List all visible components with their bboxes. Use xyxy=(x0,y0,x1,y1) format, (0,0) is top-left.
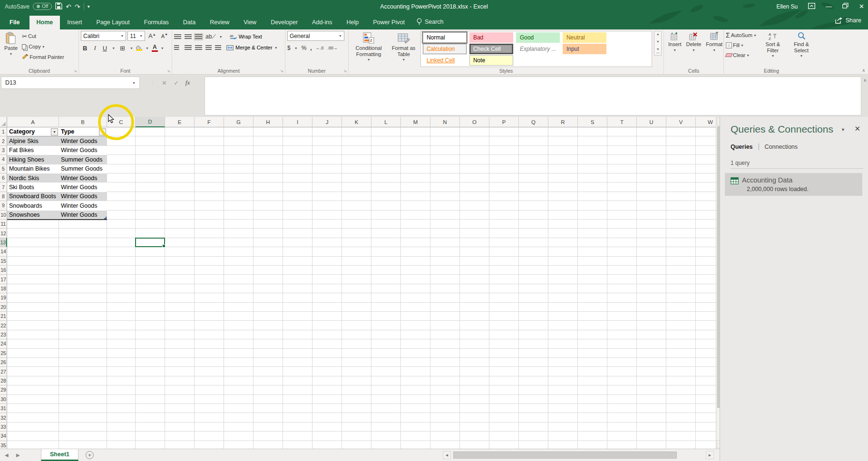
style-neutral[interactable]: Neutral xyxy=(563,32,606,43)
table-cell-B9[interactable]: Winter Goods xyxy=(59,201,107,210)
table-resize-handle[interactable] xyxy=(104,217,107,219)
spreadsheet-grid[interactable]: ABCDEFGHIJKLMNOPQRSTUVW12345678910111213… xyxy=(0,117,716,449)
sheet-tab-active[interactable]: Sheet1 xyxy=(41,449,78,461)
column-header-A[interactable]: A xyxy=(7,117,59,127)
column-header-P[interactable]: P xyxy=(489,117,519,127)
style-good[interactable]: Good xyxy=(516,32,560,43)
decrease-indent-icon[interactable] xyxy=(205,45,212,50)
row-header-23[interactable]: 23 xyxy=(0,330,7,339)
column-header-W[interactable]: W xyxy=(696,117,716,127)
wrap-text-button[interactable]: ab Wrap Text xyxy=(230,34,262,40)
insert-cells-button[interactable]: Insert▼ xyxy=(666,31,684,53)
style-check-cell[interactable]: Check Cell xyxy=(469,44,513,54)
column-header-I[interactable]: I xyxy=(283,117,312,127)
row-header-17[interactable]: 17 xyxy=(0,275,7,284)
tab-queries[interactable]: Queries xyxy=(731,144,753,150)
align-bottom-icon[interactable] xyxy=(195,34,202,39)
row-header-14[interactable]: 14 xyxy=(0,247,7,256)
scroll-right-icon[interactable]: ▶ xyxy=(706,451,714,459)
minimize-button[interactable]: — xyxy=(826,3,832,10)
cancel-formula-icon[interactable]: ✕ xyxy=(162,79,167,86)
increase-decimal-icon[interactable]: ←.0 xyxy=(316,46,324,50)
borders-caret-icon[interactable]: ▼ xyxy=(130,47,133,50)
bold-button[interactable]: B xyxy=(81,45,89,52)
currency-button[interactable]: $ xyxy=(287,45,291,51)
tell-me-search[interactable]: Search xyxy=(412,15,449,29)
font-dialog-launcher-icon[interactable]: ⇘ xyxy=(167,69,170,73)
format-cells-button[interactable]: Format▼ xyxy=(703,31,725,53)
alignment-dialog-launcher-icon[interactable]: ⇘ xyxy=(280,69,283,73)
row-header-5[interactable]: 5 xyxy=(0,164,7,173)
panel-close-icon[interactable]: ✕ xyxy=(854,125,860,133)
table-cell-A7[interactable]: Ski Boots xyxy=(7,182,59,192)
column-header-N[interactable]: N xyxy=(430,117,460,127)
font-name-select[interactable]: Calibri▼ xyxy=(81,31,126,41)
ribbon-display-options-icon[interactable] xyxy=(808,3,815,10)
table-cell-A4[interactable]: Hiking Shoes xyxy=(7,155,59,164)
table-cell-B4[interactable]: Summer Goods xyxy=(59,155,107,164)
table-cell-B8[interactable]: Winter Goods xyxy=(59,192,107,201)
fill-color-caret-icon[interactable]: ▼ xyxy=(146,47,149,50)
share-button[interactable]: Share xyxy=(835,17,861,24)
enter-formula-icon[interactable]: ✓ xyxy=(174,79,179,86)
column-header-K[interactable]: K xyxy=(342,117,371,127)
align-middle-icon[interactable] xyxy=(185,34,192,39)
selected-cell-D13[interactable] xyxy=(135,238,165,247)
column-header-G[interactable]: G xyxy=(224,117,254,127)
column-header-O[interactable]: O xyxy=(460,117,489,127)
formula-input[interactable] xyxy=(205,77,861,115)
row-header-8[interactable]: 8 xyxy=(0,192,7,201)
decrease-font-icon[interactable]: A▼ xyxy=(159,33,170,39)
style-input[interactable]: Input xyxy=(563,44,606,54)
tab-add-ins[interactable]: Add-ins xyxy=(305,16,339,29)
tab-view[interactable]: View xyxy=(236,16,263,29)
column-header-E[interactable]: E xyxy=(165,117,195,127)
merge-center-button[interactable]: Merge & Center▼ xyxy=(226,45,278,50)
row-header-2[interactable]: 2 xyxy=(0,136,7,145)
row-header-4[interactable]: 4 xyxy=(0,155,7,164)
close-button[interactable]: ✕ xyxy=(859,3,864,10)
table-cell-A9[interactable]: Snowboards xyxy=(7,201,59,210)
column-header-V[interactable]: V xyxy=(666,117,696,127)
tab-data[interactable]: Data xyxy=(176,16,203,29)
autosum-button[interactable]: ΣAutoSum▼ xyxy=(726,31,757,39)
row-header-35[interactable]: 35 xyxy=(0,441,7,449)
collapse-ribbon-icon[interactable]: ∧ xyxy=(862,68,865,73)
column-header-Q[interactable]: Q xyxy=(519,117,548,127)
table-cell-B5[interactable]: Summer Goods xyxy=(59,164,107,173)
increase-font-icon[interactable]: A▲ xyxy=(146,32,158,39)
font-color-button[interactable]: A xyxy=(152,44,158,52)
row-header-24[interactable]: 24 xyxy=(0,339,7,348)
row-header-28[interactable]: 28 xyxy=(0,376,7,385)
column-header-T[interactable]: T xyxy=(607,117,637,127)
delete-cells-button[interactable]: Delete▼ xyxy=(684,31,704,53)
style-note[interactable]: Note xyxy=(469,55,513,66)
user-name[interactable]: Ellen Su xyxy=(776,3,798,10)
tab-connections[interactable]: Connections xyxy=(765,144,798,150)
table-cell-A3[interactable]: Fat Bikes xyxy=(7,146,59,155)
row-header-3[interactable]: 3 xyxy=(0,146,7,155)
panel-options-caret-icon[interactable]: ▼ xyxy=(841,127,845,132)
conditional-formatting-button[interactable]: ≠ Conditional Formatting ▼ xyxy=(351,31,387,62)
format-painter-button[interactable]: Format Painter xyxy=(22,52,64,62)
fill-button[interactable]: ↓Fill▼ xyxy=(726,41,757,49)
row-header-30[interactable]: 30 xyxy=(0,395,7,404)
table-cell-A5[interactable]: Mountain Bikes xyxy=(7,164,59,173)
column-header-L[interactable]: L xyxy=(371,117,401,127)
increase-indent-icon[interactable] xyxy=(215,45,221,50)
decrease-decimal-icon[interactable]: .00→ xyxy=(327,46,338,50)
borders-icon[interactable]: ⊞ xyxy=(118,45,127,52)
column-header-H[interactable]: H xyxy=(254,117,283,127)
name-box-caret-icon[interactable]: ▼ xyxy=(132,81,136,85)
tab-power-pivot[interactable]: Power Pivot xyxy=(366,16,412,29)
table-cell-A6[interactable]: Nordic Skis xyxy=(7,173,59,182)
clear-button[interactable]: Clear▼ xyxy=(726,51,757,59)
font-color-caret-icon[interactable]: ▼ xyxy=(161,47,164,50)
gallery-more-icon[interactable]: ▼— xyxy=(656,48,660,54)
style-linked-cell[interactable]: Linked Cell xyxy=(423,55,467,66)
tab-review[interactable]: Review xyxy=(203,16,236,29)
style-normal[interactable]: Normal xyxy=(423,32,467,43)
styles-gallery-scroll[interactable]: ▲ ▼ ▼— xyxy=(654,31,662,56)
format-as-table-button[interactable]: Format as Table ▼ xyxy=(389,31,419,62)
row-header-6[interactable]: 6 xyxy=(0,173,7,182)
